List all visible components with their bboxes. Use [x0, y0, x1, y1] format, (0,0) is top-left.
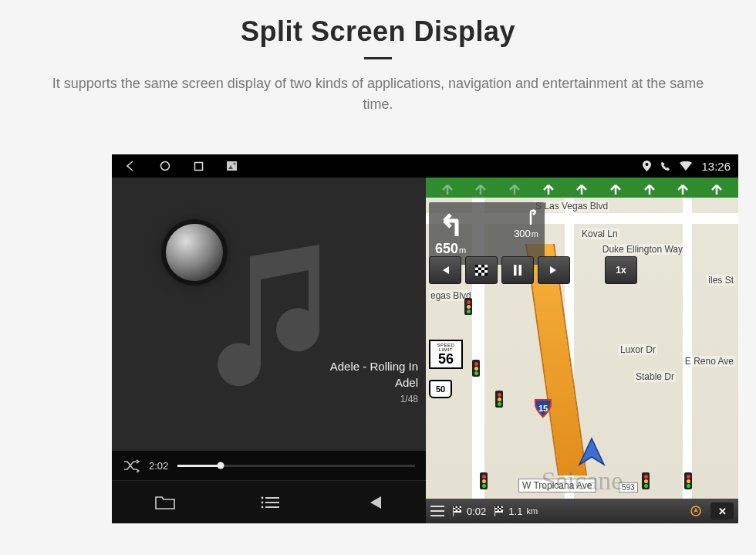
svg-point-4 — [234, 163, 236, 165]
next-button[interactable] — [538, 256, 570, 284]
music-pane: Adele - Rolling In Adel 1/48 2:02 — [112, 178, 426, 523]
svg-point-7 — [262, 501, 264, 503]
svg-rect-18 — [484, 273, 488, 276]
road-label: S Las Vegas Blvd — [534, 201, 609, 212]
interstate-shield-icon: 15 — [534, 398, 552, 418]
svg-rect-27 — [457, 509, 460, 511]
route-shield: 50 — [429, 380, 452, 398]
gallery-icon[interactable] — [227, 161, 237, 171]
svg-rect-19 — [514, 265, 517, 276]
next-distance: 300 — [514, 228, 531, 239]
svg-rect-17 — [478, 273, 481, 276]
menu-icon[interactable] — [430, 506, 444, 516]
speed-button[interactable]: 1x — [605, 256, 637, 284]
svg-rect-23 — [457, 506, 460, 508]
svg-rect-36 — [494, 506, 495, 516]
device-screen: 13:26 Adele - Rolling In Adel 1/48 — [112, 154, 738, 523]
lane-arrow-icon — [508, 181, 521, 195]
playlist-icon[interactable] — [261, 496, 279, 509]
svg-rect-20 — [519, 265, 522, 276]
road-label: Luxor Dr — [619, 344, 657, 355]
road-label: 593 — [619, 482, 638, 492]
close-button[interactable]: ✕ — [710, 503, 734, 519]
traffic-light-icon — [472, 360, 480, 377]
speed-limit-value: 56 — [430, 352, 461, 366]
remaining-distance: 1.1 — [508, 506, 522, 517]
progress-bar[interactable] — [177, 465, 415, 467]
traffic-light-icon — [464, 298, 472, 315]
lane-guidance-bar — [426, 178, 738, 198]
remaining-unit: km — [526, 506, 538, 516]
lane-arrow-icon — [609, 181, 622, 195]
status-bar: 13:26 — [112, 154, 738, 178]
track-title: Adele - Rolling In — [330, 360, 418, 373]
next-distance-unit: m — [532, 229, 538, 239]
vehicle-cursor-icon — [576, 437, 607, 468]
road-label: Stable Dr — [634, 371, 676, 382]
svg-rect-32 — [498, 508, 500, 509]
svg-rect-16 — [481, 270, 484, 273]
svg-rect-26 — [454, 509, 456, 511]
main-distance: 650 — [435, 241, 458, 256]
track-count: 1/48 — [330, 394, 418, 404]
svg-rect-15 — [475, 270, 478, 273]
turn-next-icon — [523, 208, 538, 225]
location-icon — [643, 161, 651, 171]
elapsed-time: 2:02 — [149, 460, 168, 472]
progress-row: 2:02 — [112, 451, 426, 480]
lane-arrow-icon — [710, 181, 723, 195]
road-label: Koval Ln — [580, 228, 619, 239]
lane-arrow-icon — [474, 181, 487, 195]
svg-rect-28 — [453, 506, 454, 516]
lane-arrow-icon — [677, 181, 689, 195]
turn-left-icon — [435, 207, 467, 239]
svg-point-0 — [161, 162, 170, 171]
svg-rect-22 — [454, 506, 456, 508]
svg-rect-34 — [495, 509, 498, 511]
nav-playback-controls: 1x — [429, 256, 637, 284]
traffic-light-icon — [480, 472, 488, 489]
page-title: Split Screen Display — [31, 15, 725, 48]
lane-arrow-icon — [441, 181, 454, 195]
road-label: Duke Ellington Way — [601, 244, 684, 255]
traffic-light-icon — [495, 391, 503, 408]
shuffle-icon[interactable] — [123, 459, 140, 472]
svg-rect-13 — [478, 268, 481, 271]
prev-button[interactable] — [429, 256, 461, 284]
checkered-button[interactable] — [465, 256, 498, 284]
traffic-light-icon — [642, 472, 650, 489]
home-icon[interactable] — [160, 161, 170, 171]
title-underline — [364, 57, 392, 59]
svg-rect-1 — [195, 162, 203, 170]
lane-arrow-icon — [643, 181, 656, 195]
sphere-button[interactable] — [166, 224, 223, 281]
road-label: iles St — [707, 275, 735, 286]
svg-rect-12 — [481, 265, 484, 268]
back-icon[interactable] — [124, 160, 137, 172]
traffic-light-icon — [684, 472, 692, 489]
lane-arrow-icon — [575, 181, 588, 195]
wifi-icon — [680, 161, 692, 171]
turn-panel: 300m 650m — [429, 202, 545, 265]
pause-button[interactable] — [501, 256, 534, 284]
main-distance-unit: m — [459, 245, 466, 255]
svg-rect-11 — [475, 265, 478, 268]
svg-rect-31 — [499, 506, 501, 508]
road-label: W Tropicana Ave — [518, 479, 596, 492]
track-artist: Adel — [330, 376, 418, 389]
recenter-icon[interactable] — [689, 504, 703, 518]
road-label: E Reno Ave — [683, 356, 735, 367]
svg-rect-14 — [484, 268, 488, 271]
svg-point-6 — [262, 496, 264, 499]
music-bottom-bar — [112, 480, 426, 523]
svg-point-5 — [646, 163, 649, 166]
album-art-area: Adele - Rolling In Adel 1/48 — [112, 178, 426, 451]
recent-icon[interactable] — [194, 161, 204, 171]
eta-time: 0:02 — [467, 506, 486, 517]
svg-point-8 — [262, 506, 264, 508]
distance-flag-icon — [494, 506, 505, 516]
folder-icon[interactable] — [155, 495, 175, 510]
previous-icon[interactable] — [366, 495, 383, 510]
svg-rect-2 — [227, 161, 237, 171]
page-subtitle: It supports the same screen display of t… — [39, 73, 717, 115]
